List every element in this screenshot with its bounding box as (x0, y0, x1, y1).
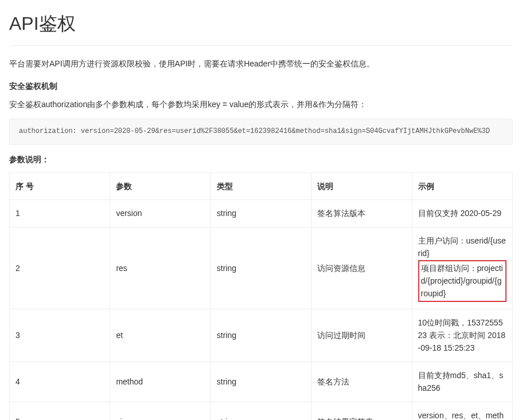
cell-example: 10位时间戳，1537255523 表示：北京时间 2018-09-18 15:… (412, 309, 512, 362)
page-title: API鉴权 (9, 9, 513, 46)
example-line1: 主用户访问：userid/{userid} (418, 236, 506, 258)
table-row: 2 res string 访问资源信息 主用户访问：userid/{userid… (10, 227, 513, 309)
cell-seq: 4 (10, 362, 110, 402)
table-row: 4 method string 签名方法 目前支持md5、sha1、sha256 (10, 362, 513, 402)
cell-param: res (110, 227, 211, 309)
th-type: 类型 (211, 172, 311, 199)
table-row: 1 version string 签名算法版本 目前仅支持 2020-05-29 (10, 200, 513, 227)
cell-example: version、res、et、method参数计算生成 (412, 402, 512, 420)
code-block: authorization: version=2020-05-29&res=us… (9, 119, 513, 144)
cell-param: sign (110, 402, 211, 420)
cell-example-highlighted: 主用户访问：userid/{userid} 项目群组访问：projectid/{… (412, 227, 512, 309)
cell-seq: 3 (10, 309, 110, 362)
section-desc: 安全鉴权authorization由多个参数构成，每个参数均采用key = va… (9, 98, 513, 111)
params-table: 序 号 参数 类型 说明 示例 1 version string 签名算法版本 … (9, 172, 513, 420)
cell-example: 目前仅支持 2020-05-29 (412, 200, 512, 227)
cell-seq: 5 (10, 402, 110, 420)
intro-text: 平台需要对API调用方进行资源权限校验，使用API时，需要在请求Header中携… (9, 57, 513, 70)
th-desc: 说明 (311, 172, 412, 199)
table-row: 3 et string 访问过期时间 10位时间戳，1537255523 表示：… (10, 309, 513, 362)
example-line2-highlighted: 项目群组访问：projectid/{projectid}/groupid/{gr… (418, 260, 507, 302)
cell-type: string (211, 200, 311, 227)
th-param: 参数 (110, 172, 211, 199)
cell-type: string (211, 227, 311, 309)
cell-type: string (211, 362, 311, 402)
cell-desc: 访问资源信息 (311, 227, 412, 309)
cell-desc: 访问过期时间 (311, 309, 412, 362)
section-title: 安全鉴权机制 (9, 80, 513, 92)
table-row: 5 sign string 签名结果字符串 version、res、et、met… (10, 402, 513, 420)
cell-type: string (211, 402, 311, 420)
cell-seq: 1 (10, 200, 110, 227)
cell-type: string (211, 309, 311, 362)
th-example: 示例 (412, 172, 512, 199)
cell-desc: 签名方法 (311, 362, 412, 402)
table-header-row: 序 号 参数 类型 说明 示例 (10, 172, 513, 199)
cell-param: et (110, 309, 211, 362)
cell-desc: 签名结果字符串 (311, 402, 412, 420)
cell-param: method (110, 362, 211, 402)
cell-desc: 签名算法版本 (311, 200, 412, 227)
params-label: 参数说明： (9, 153, 513, 166)
th-seq: 序 号 (10, 172, 110, 199)
cell-example: 目前支持md5、sha1、sha256 (412, 362, 512, 402)
cell-seq: 2 (10, 227, 110, 309)
cell-param: version (110, 200, 211, 227)
